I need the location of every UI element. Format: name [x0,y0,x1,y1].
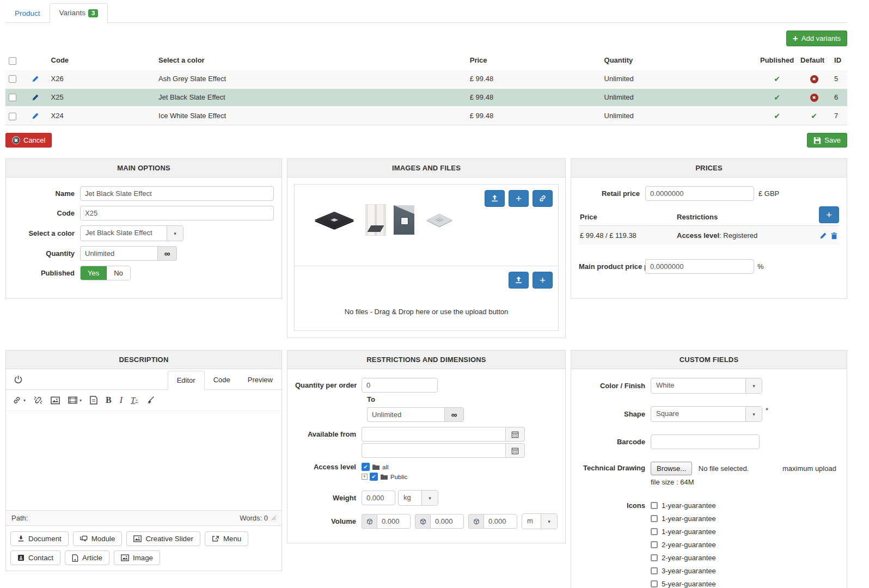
access-public-checkbox[interactable]: ✔ [370,473,378,481]
description-title: DESCRIPTION [6,351,281,369]
volume-y-field[interactable] [430,514,464,529]
insert-creative-slider-button[interactable]: Creative Slider [126,531,200,546]
default-cross-icon[interactable]: ✖ [810,75,818,83]
insert-module-button[interactable]: Module [73,531,123,546]
name-field[interactable] [80,186,274,201]
add-image-button[interactable]: + [509,190,529,207]
table-row[interactable]: X24 Ice White Slate Effect £ 99.48 Unlim… [5,107,847,125]
price-restriction: Access level: Registered [677,231,819,240]
row-checkbox[interactable] [9,94,16,101]
link-image-button[interactable] [533,190,553,207]
editor-content[interactable] [6,411,281,510]
italic-button[interactable]: I [120,395,123,405]
clean-button[interactable] [146,396,155,405]
insert-image-button[interactable] [51,396,60,405]
upload-image-button[interactable] [485,190,505,207]
quantity-field[interactable] [80,246,157,261]
insert-link-button[interactable]: ▾ [13,396,26,405]
qty-min-field[interactable] [362,378,438,393]
unlink-button[interactable] [34,396,42,405]
volume-z-field[interactable] [484,514,517,529]
delete-price-button[interactable] [830,232,838,240]
access-all-checkbox[interactable]: ✔ [362,463,370,471]
insert-document-button[interactable]: Document [10,531,69,546]
qty-max-field[interactable] [367,407,444,422]
published-check-icon[interactable]: ✔ [774,93,780,102]
guarantee-label: 1-year-guarantee [662,501,716,510]
guarantee-checkbox[interactable] [651,580,658,587]
upload-file-button[interactable] [509,272,529,289]
default-check-icon[interactable]: ✔ [811,112,817,120]
volume-unit-select[interactable]: m ▾ [522,513,558,529]
insert-contact-button[interactable]: Contact [10,550,60,565]
resize-grip-icon[interactable] [271,516,276,520]
save-button[interactable]: Save [807,133,847,148]
toggle-editor-icon[interactable] [14,375,23,384]
published-check-icon[interactable]: ✔ [774,112,780,120]
weight-field[interactable] [362,491,395,505]
tab-preview[interactable]: Preview [239,371,281,389]
calendar-button[interactable] [505,427,525,442]
available-from-field[interactable] [362,427,505,442]
guarantee-checkbox[interactable] [651,502,658,509]
add-file-button[interactable]: + [533,272,553,289]
thumbnail-white-tray[interactable] [422,209,457,231]
published-no-button[interactable]: No [107,266,130,280]
published-check-icon[interactable]: ✔ [774,75,780,83]
edit-price-button[interactable] [819,232,827,240]
weight-unit-select[interactable]: kg ▾ [398,490,438,506]
access-all-label: all [382,464,389,470]
insert-media-button[interactable]: ▾ [68,396,82,404]
published-yes-button[interactable]: Yes [81,266,107,280]
tab-editor[interactable]: Editor [168,371,205,390]
infinity-button[interactable]: ∞ [157,246,177,261]
edit-variant-button[interactable] [28,88,48,107]
tab-code[interactable]: Code [205,371,239,389]
insert-article-button[interactable]: Article [65,550,109,565]
files-dropzone[interactable]: + No files - Drag & Drop here or use the… [295,266,558,330]
thumbnail-shower-enclosure[interactable] [365,204,386,236]
thumbnail-slate-texture[interactable] [394,205,414,235]
main-product-price-field[interactable] [645,259,754,274]
available-until-field[interactable] [362,443,505,458]
insert-image-button2[interactable]: Image [114,550,160,565]
infinity-button[interactable]: ∞ [444,407,464,422]
clear-format-button[interactable]: T× [131,396,138,405]
guarantee-checkbox[interactable] [651,541,658,548]
table-row-selected[interactable]: X25 Jet Black Slate Effect £ 99.48 Unlim… [5,88,847,107]
code-field[interactable] [80,206,274,220]
shape-select[interactable]: Square ▾ [651,406,762,422]
calendar-button[interactable] [505,443,525,458]
edit-variant-button[interactable] [28,70,48,88]
volume-x-field[interactable] [377,514,411,529]
images-dropzone[interactable]: + [295,185,558,266]
restrictions-panel: RESTRICTIONS AND DIMENSIONS Quantity per… [287,350,566,543]
guarantee-checkbox[interactable] [651,554,658,561]
bold-button[interactable]: B [106,395,112,405]
thumbnail-black-tray[interactable] [311,206,358,234]
tab-product[interactable]: Product [5,4,50,22]
retail-price-field[interactable] [645,186,754,201]
chevron-down-icon: ▾ [541,514,557,529]
row-checkbox[interactable] [9,113,16,120]
guarantee-checkbox[interactable] [651,567,658,574]
default-cross-icon[interactable]: ✖ [810,94,818,102]
tab-variants[interactable]: Variants3 [50,3,108,23]
add-variants-button[interactable]: + Add variants [786,30,847,46]
guarantee-checkbox[interactable] [651,515,658,522]
guarantee-checkbox[interactable] [651,528,658,535]
cancel-button[interactable]: ✖ Cancel [5,133,52,148]
row-checkbox[interactable] [9,75,16,83]
action-bar: ✖ Cancel Save [5,133,847,148]
insert-menu-button[interactable]: Menu [205,531,248,546]
add-price-button[interactable]: + [819,206,839,223]
color-select[interactable]: Jet Black Slate Effect ▾ [80,225,183,241]
browse-button[interactable]: Browse... [651,462,692,475]
select-all-checkbox[interactable] [9,57,16,65]
insert-template-button[interactable] [90,396,97,405]
barcode-field[interactable] [651,434,760,449]
color-finish-select[interactable]: White ▾ [651,378,762,394]
tree-expand-icon[interactable]: + [362,474,368,480]
table-row[interactable]: X26 Ash Grey Slate Effect £ 99.48 Unlimi… [5,70,847,88]
edit-variant-button[interactable] [28,107,48,125]
